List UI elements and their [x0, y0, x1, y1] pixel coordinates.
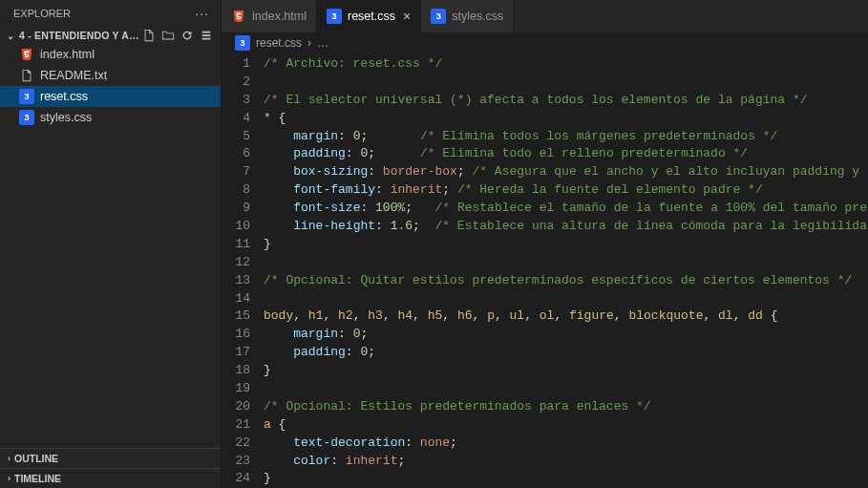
explorer-sidebar: EXPLORER ··· ⌄ 4 - ENTENDIENDO Y APLICAN…	[0, 0, 222, 488]
new-file-icon[interactable]	[142, 29, 158, 42]
code-line[interactable]: font-family: inherit; /* Hereda la fuent…	[264, 181, 868, 200]
line-number: 5	[222, 128, 250, 146]
code-line[interactable]: /* Opcional: Quitar estilos predetermina…	[264, 272, 868, 290]
code-line[interactable]: }	[264, 362, 868, 380]
tab-label: reset.css	[348, 10, 395, 23]
breadcrumb[interactable]: 3 reset.css › …	[222, 32, 868, 53]
file-name: styles.css	[40, 111, 92, 124]
code-line[interactable]: margin: 0;	[264, 326, 868, 344]
file-row-index-html[interactable]: index.html	[0, 44, 221, 65]
line-number: 7	[222, 163, 250, 181]
file-row-reset-css[interactable]: 3reset.css	[0, 86, 221, 107]
code-editor[interactable]: 1234567891011121314151617181920212223242…	[222, 53, 868, 488]
file-row-styles-css[interactable]: 3styles.css	[0, 107, 221, 128]
tab-label: index.html	[252, 10, 307, 23]
line-number: 13	[222, 272, 250, 290]
sidebar-bottom: ›OUTLINE›TIMELINE	[0, 448, 221, 488]
line-number: 18	[222, 362, 250, 380]
section-outline[interactable]: ›OUTLINE	[0, 448, 221, 468]
line-number: 9	[222, 200, 250, 218]
line-number: 16	[222, 326, 250, 344]
css-file-icon: 3	[19, 89, 34, 104]
css-file-icon: 3	[19, 110, 34, 125]
html-file-icon	[231, 9, 246, 24]
chevron-down-icon: ⌄	[4, 31, 17, 41]
code-line[interactable]: padding: 0;	[264, 344, 868, 362]
code-line[interactable]: padding: 0; /* Elimina todo el relleno p…	[264, 145, 868, 163]
file-name: README.txt	[40, 69, 107, 82]
line-number: 3	[222, 92, 250, 110]
breadcrumb-file: reset.css	[256, 36, 302, 50]
folder-actions	[142, 29, 215, 42]
file-list: index.htmlREADME.txt3reset.css3styles.cs…	[0, 44, 221, 128]
collapse-all-icon[interactable]	[200, 29, 215, 42]
breadcrumb-separator: ›	[307, 36, 311, 50]
code-line[interactable]	[264, 380, 868, 398]
tab-styles-css[interactable]: 3styles.css	[421, 0, 514, 32]
section-timeline[interactable]: ›TIMELINE	[0, 468, 221, 488]
refresh-icon[interactable]	[180, 29, 196, 42]
section-label: TIMELINE	[14, 473, 61, 484]
code-line[interactable]: margin: 0; /* Elimina todos los márgenes…	[264, 128, 868, 146]
code-content[interactable]: /* Archivo: reset.css */ /* El selector …	[264, 55, 868, 488]
html-file-icon	[19, 47, 34, 62]
css-file-icon: 3	[431, 9, 446, 24]
file-name: index.html	[40, 48, 95, 61]
code-line[interactable]	[264, 290, 868, 308]
line-number: 24	[222, 470, 250, 488]
line-number: 6	[222, 145, 250, 163]
tab-label: styles.css	[452, 10, 503, 23]
code-line[interactable]: font-size: 100%; /* Restablece el tamaño…	[264, 200, 868, 218]
code-line[interactable]: * {	[264, 110, 868, 128]
folder-name: 4 - ENTENDIENDO Y APLICANDO EL RESET C…	[19, 30, 140, 41]
tab-bar: index.html3reset.css×3styles.css	[222, 0, 868, 32]
file-name: reset.css	[40, 90, 88, 103]
code-line[interactable]: line-height: 1.6; /* Establece una altur…	[264, 218, 868, 236]
text-file-icon	[19, 68, 34, 83]
line-number: 2	[222, 74, 250, 92]
close-icon[interactable]: ×	[403, 9, 411, 24]
tab-reset-css[interactable]: 3reset.css×	[317, 0, 421, 32]
code-line[interactable]	[264, 74, 868, 92]
line-number: 1	[222, 55, 250, 74]
css-file-icon: 3	[235, 35, 250, 51]
line-number: 22	[222, 435, 250, 453]
css-file-icon: 3	[327, 9, 342, 24]
line-number: 10	[222, 218, 250, 236]
code-line[interactable]: /* Opcional: Estilos predeterminados par…	[264, 398, 868, 416]
code-line[interactable]	[264, 254, 868, 272]
code-line[interactable]: box-sizing: border-box; /* Asegura que e…	[264, 163, 868, 181]
line-number: 19	[222, 380, 250, 398]
section-label: OUTLINE	[14, 453, 58, 464]
line-number: 4	[222, 110, 250, 128]
code-line[interactable]: text-decoration: none;	[264, 435, 868, 453]
code-line[interactable]: a {	[264, 416, 868, 435]
folder-header[interactable]: ⌄ 4 - ENTENDIENDO Y APLICANDO EL RESET C…	[0, 27, 221, 44]
line-number: 23	[222, 453, 250, 471]
line-number: 14	[222, 290, 250, 308]
code-line[interactable]: }	[264, 236, 868, 254]
code-line[interactable]: /* Archivo: reset.css */	[264, 55, 868, 74]
code-line[interactable]: }	[264, 470, 868, 488]
editor-main: index.html3reset.css×3styles.css 3 reset…	[222, 0, 868, 488]
tab-index-html[interactable]: index.html	[222, 0, 317, 32]
line-number: 8	[222, 181, 250, 200]
line-number: 20	[222, 398, 250, 416]
chevron-right-icon: ›	[8, 454, 11, 463]
code-line[interactable]: color: inherit;	[264, 453, 868, 471]
code-line[interactable]: body, h1, h2, h3, h4, h5, h6, p, ul, ol,…	[264, 308, 868, 326]
line-number: 15	[222, 308, 250, 326]
explorer-title: EXPLORER	[13, 8, 71, 19]
explorer-more-icon[interactable]: ···	[195, 6, 209, 21]
explorer-header: EXPLORER ···	[0, 0, 221, 27]
line-number: 11	[222, 236, 250, 254]
chevron-right-icon: ›	[8, 474, 11, 483]
code-line[interactable]: /* El selector universal (*) afecta a to…	[264, 92, 868, 110]
breadcrumb-suffix: …	[317, 36, 328, 50]
line-number: 21	[222, 416, 250, 435]
file-row-README-txt[interactable]: README.txt	[0, 65, 221, 86]
line-number: 12	[222, 254, 250, 272]
line-number: 17	[222, 344, 250, 362]
new-folder-icon[interactable]	[161, 29, 177, 42]
line-number-gutter: 1234567891011121314151617181920212223242…	[222, 55, 264, 488]
